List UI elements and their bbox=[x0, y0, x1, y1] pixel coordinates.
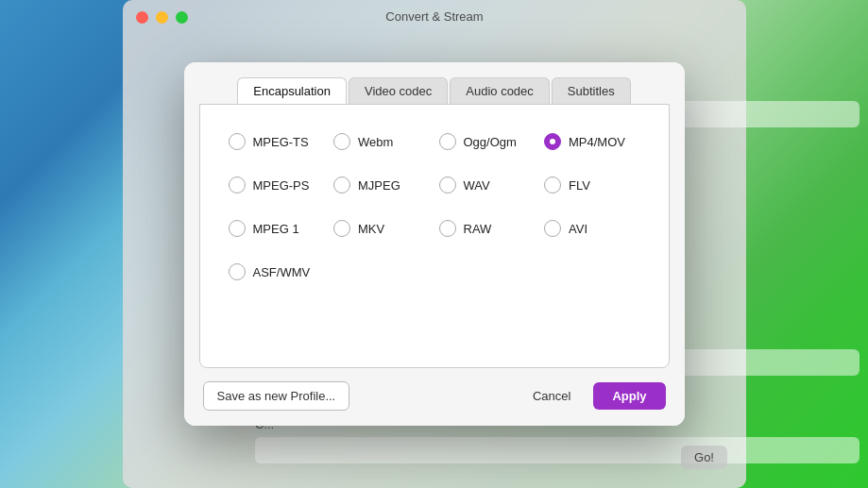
radio-ogg-ogm[interactable]: Ogg/Ogm bbox=[439, 133, 536, 150]
empty-cell-1 bbox=[333, 263, 430, 280]
tab-video-codec[interactable]: Video codec bbox=[349, 77, 448, 104]
tab-audio-codec[interactable]: Audio codec bbox=[450, 77, 550, 104]
radio-mpeg1[interactable]: MPEG 1 bbox=[229, 220, 325, 237]
radio-asf-wmv[interactable]: ASF/WMV bbox=[229, 263, 325, 280]
encapsulation-panel: MPEG-TS Webm Ogg/Ogm MP4/MOV MPEG- bbox=[199, 104, 670, 368]
save-profile-button[interactable]: Save as new Profile... bbox=[203, 381, 350, 411]
radio-circle-ogg-ogm bbox=[439, 133, 456, 150]
radio-circle-asf-wmv bbox=[229, 263, 246, 280]
radio-circle-mpeg-ts bbox=[229, 133, 246, 150]
radio-avi[interactable]: AVI bbox=[544, 220, 640, 237]
radio-circle-raw bbox=[439, 220, 456, 237]
cancel-button[interactable]: Cancel bbox=[519, 382, 584, 410]
modal-footer: Save as new Profile... Cancel Apply bbox=[184, 368, 685, 426]
radio-circle-mjpeg bbox=[333, 177, 350, 194]
radio-circle-avi bbox=[544, 220, 561, 237]
tab-encapsulation[interactable]: Encapsulation bbox=[237, 77, 347, 104]
radio-mkv[interactable]: MKV bbox=[333, 220, 430, 237]
apply-button[interactable]: Apply bbox=[593, 382, 665, 410]
modal-dialog: Encapsulation Video codec Audio codec Su… bbox=[184, 62, 685, 426]
tab-subtitles[interactable]: Subtitles bbox=[552, 77, 631, 104]
radio-circle-flv bbox=[544, 177, 561, 194]
radio-wav[interactable]: WAV bbox=[439, 177, 536, 194]
empty-cell-3 bbox=[544, 263, 640, 280]
radio-mjpeg[interactable]: MJPEG bbox=[333, 177, 430, 194]
modal-overlay: Encapsulation Video codec Audio codec Su… bbox=[0, 0, 868, 488]
radio-mp4-mov[interactable]: MP4/MOV bbox=[544, 133, 640, 150]
format-grid: MPEG-TS Webm Ogg/Ogm MP4/MOV MPEG- bbox=[229, 124, 640, 290]
radio-mpeg-ps[interactable]: MPEG-PS bbox=[229, 177, 325, 194]
tab-bar: Encapsulation Video codec Audio codec Su… bbox=[184, 62, 685, 104]
footer-actions: Cancel Apply bbox=[519, 382, 666, 410]
radio-circle-mpeg1 bbox=[229, 220, 246, 237]
radio-raw[interactable]: RAW bbox=[439, 220, 536, 237]
radio-circle-mpeg-ps bbox=[229, 177, 246, 194]
radio-circle-webm bbox=[333, 133, 350, 150]
radio-circle-wav bbox=[439, 177, 456, 194]
radio-circle-mp4-mov bbox=[544, 133, 561, 150]
empty-cell-2 bbox=[439, 263, 536, 280]
radio-flv[interactable]: FLV bbox=[544, 177, 640, 194]
radio-webm[interactable]: Webm bbox=[333, 133, 430, 150]
radio-circle-mkv bbox=[333, 220, 350, 237]
radio-mpeg-ts[interactable]: MPEG-TS bbox=[229, 133, 325, 150]
